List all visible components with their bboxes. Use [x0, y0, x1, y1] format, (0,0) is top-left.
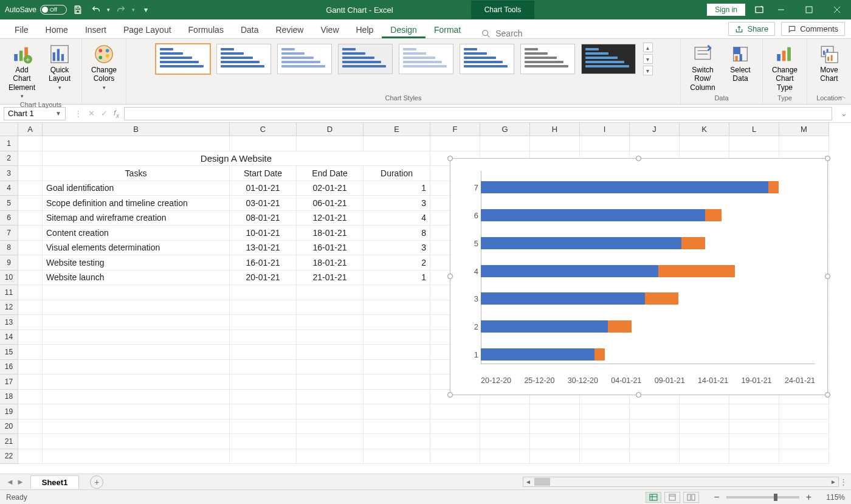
fx-icon[interactable]: fx — [114, 108, 119, 119]
resize-handle-tr[interactable] — [825, 156, 830, 161]
cell[interactable] — [18, 166, 43, 181]
cell-duration[interactable]: 3 — [363, 241, 430, 256]
cell[interactable] — [18, 226, 43, 241]
cell[interactable] — [363, 404, 430, 419]
row-header[interactable]: 4 — [0, 181, 18, 196]
change-colors-button[interactable]: Change Colors▾ — [87, 43, 121, 92]
cell[interactable] — [43, 136, 230, 151]
cell[interactable] — [430, 449, 480, 464]
column-header[interactable]: H — [530, 123, 580, 136]
cell[interactable] — [230, 390, 297, 405]
cell[interactable] — [297, 419, 363, 435]
close-button[interactable] — [823, 0, 851, 19]
cell[interactable] — [363, 375, 430, 390]
row-header[interactable]: 3 — [0, 166, 18, 181]
cell[interactable] — [297, 360, 363, 375]
cell[interactable] — [297, 300, 363, 316]
cell-task[interactable]: Website launch — [43, 271, 230, 286]
column-header[interactable]: L — [729, 123, 779, 136]
cell[interactable] — [297, 330, 363, 345]
cell[interactable] — [43, 375, 230, 390]
cell[interactable] — [363, 300, 430, 316]
cell[interactable] — [430, 136, 480, 151]
cell[interactable] — [18, 136, 43, 151]
cell[interactable] — [18, 360, 43, 375]
chart-bar[interactable] — [481, 292, 815, 305]
quick-layout-button[interactable]: Quick Layout▾ — [43, 43, 77, 92]
cell-duration[interactable]: 1 — [363, 271, 430, 286]
cell[interactable] — [530, 404, 580, 419]
autosave-toggle[interactable]: AutoSave Off — [5, 5, 67, 15]
cell[interactable] — [43, 390, 230, 405]
cell-task[interactable]: Sitemap and wireframe creation — [43, 211, 230, 226]
row-header[interactable]: 21 — [0, 434, 18, 449]
cell[interactable] — [230, 300, 297, 316]
cell-start[interactable]: 10-01-21 — [230, 226, 297, 241]
split-handle-icon[interactable]: ⋮ — [839, 477, 847, 486]
cell[interactable] — [580, 434, 630, 449]
cell[interactable] — [230, 434, 297, 449]
header-tasks[interactable]: Tasks — [43, 166, 230, 181]
comments-button[interactable]: Comments — [781, 22, 845, 36]
cell-end[interactable]: 02-01-21 — [297, 181, 363, 196]
cell[interactable] — [43, 315, 230, 330]
cell[interactable] — [363, 360, 430, 375]
cell[interactable] — [18, 241, 43, 256]
zoom-in-button[interactable]: + — [802, 492, 815, 503]
cell[interactable] — [230, 419, 297, 435]
cell[interactable] — [43, 419, 230, 435]
tab-file[interactable]: File — [6, 21, 37, 38]
row-header[interactable]: 19 — [0, 404, 18, 419]
cell[interactable] — [230, 345, 297, 360]
cell[interactable] — [43, 360, 230, 375]
column-header[interactable]: C — [230, 123, 297, 136]
chart-bar[interactable] — [481, 348, 815, 361]
cell[interactable] — [779, 449, 829, 464]
tab-data[interactable]: Data — [232, 21, 267, 38]
header-end[interactable]: End Date — [297, 166, 363, 181]
formula-input[interactable] — [124, 107, 832, 120]
cell-end[interactable]: 18-01-21 — [297, 255, 363, 271]
cell[interactable] — [297, 345, 363, 360]
cell[interactable] — [18, 434, 43, 449]
column-header[interactable]: G — [480, 123, 530, 136]
cell[interactable] — [18, 196, 43, 211]
cell[interactable] — [729, 419, 779, 435]
cell-start[interactable]: 13-01-21 — [230, 241, 297, 256]
cell[interactable] — [580, 419, 630, 435]
cell-start[interactable]: 20-01-21 — [230, 271, 297, 286]
row-header[interactable]: 18 — [0, 390, 18, 405]
cell[interactable] — [18, 300, 43, 316]
cell[interactable] — [230, 360, 297, 375]
cell-duration[interactable]: 2 — [363, 255, 430, 271]
cell[interactable] — [230, 404, 297, 419]
cell[interactable] — [630, 419, 680, 435]
add-chart-element-button[interactable]: + Add Chart Element▾ — [5, 43, 39, 101]
cell[interactable] — [230, 330, 297, 345]
cell-duration[interactable]: 8 — [363, 226, 430, 241]
cell[interactable] — [18, 181, 43, 196]
cell[interactable] — [729, 449, 779, 464]
chart-bar[interactable] — [481, 265, 815, 277]
resize-handle-tm[interactable] — [636, 156, 641, 161]
switch-row-column-button[interactable]: Switch Row/ Column — [686, 43, 720, 93]
customize-qat-icon[interactable]: ▾ — [139, 2, 153, 17]
column-header[interactable]: F — [430, 123, 480, 136]
select-data-button[interactable]: Select Data — [723, 43, 757, 85]
cell[interactable] — [297, 434, 363, 449]
cell-end[interactable]: 16-01-21 — [297, 241, 363, 256]
cell[interactable] — [779, 434, 829, 449]
chart-object[interactable]: 7654321 20-12-2025-12-2030-12-2004-01-21… — [450, 158, 828, 395]
cell[interactable] — [530, 136, 580, 151]
save-icon[interactable] — [71, 2, 85, 17]
column-header[interactable]: M — [779, 123, 829, 136]
row-header[interactable]: 14 — [0, 330, 18, 345]
cell[interactable] — [18, 449, 43, 464]
header-start[interactable]: Start Date — [230, 166, 297, 181]
styles-scroll-down-icon[interactable]: ▾ — [643, 54, 653, 64]
cell[interactable] — [729, 404, 779, 419]
chart-style-5[interactable] — [399, 44, 453, 74]
cell[interactable] — [480, 136, 530, 151]
chart-style-7[interactable] — [520, 44, 575, 74]
row-header[interactable]: 15 — [0, 345, 18, 360]
